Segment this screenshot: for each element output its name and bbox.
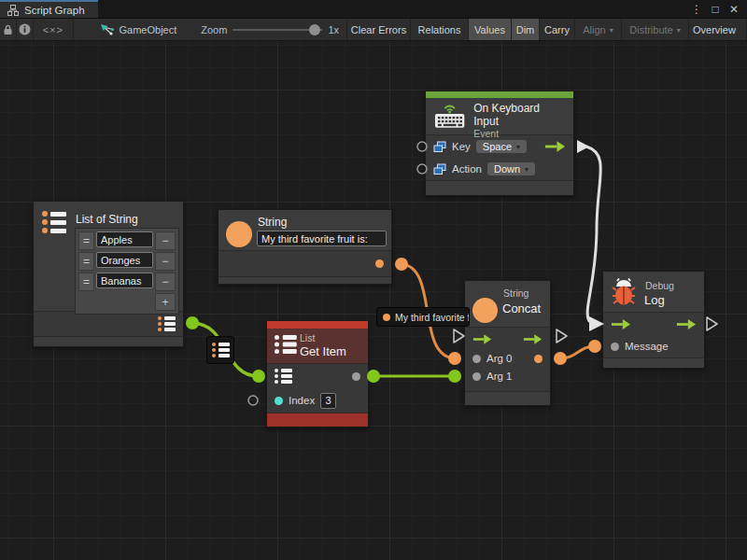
remove-item-button[interactable]: − [155, 252, 176, 271]
error-strip-top [267, 321, 368, 329]
node-string-literal[interactable]: String [218, 209, 392, 285]
target-object-label: GameObject [120, 24, 177, 35]
distribute-dropdown[interactable]: Distribute ▾ [622, 19, 689, 40]
node-type: Debug [645, 280, 674, 292]
flow-port-hint[interactable] [454, 329, 464, 343]
list-item-row: = − [78, 252, 176, 271]
arg1-input-port[interactable] [472, 372, 481, 381]
arg0-row: Arg 0 [465, 350, 550, 367]
node-footer [465, 391, 550, 405]
list-input-port[interactable] [275, 369, 292, 384]
values-toggle[interactable]: Values [469, 19, 512, 40]
clear-errors-button[interactable]: Clear Errors [347, 19, 411, 40]
index-input-port[interactable] [275, 397, 283, 405]
maximize-icon[interactable]: □ [708, 3, 723, 16]
list-item-input[interactable] [96, 273, 153, 288]
zoom-value: 1x [328, 24, 339, 35]
string-icon [226, 221, 252, 247]
zoom-slider-handle[interactable] [309, 24, 320, 35]
message-row: Message [603, 335, 704, 357]
index-row: Index [267, 388, 368, 413]
windows-icon [433, 163, 446, 175]
relations-button[interactable]: Relations [411, 19, 469, 40]
target-object[interactable]: GameObject [92, 19, 177, 40]
chevron-down-icon: ▾ [516, 143, 520, 151]
flow-output-port[interactable] [676, 319, 697, 329]
node-title: String [258, 216, 287, 229]
code-preview-button[interactable]: <×> [34, 19, 74, 40]
wire-concat-to-log[interactable] [560, 346, 595, 358]
windows-icon [433, 141, 446, 153]
tab-script-graph[interactable]: Script Graph [0, 0, 98, 18]
node-on-keyboard-input[interactable]: On Keyboard Input Event Key Space ▾ [425, 91, 574, 196]
node-title: On Keyboard Input [473, 102, 566, 128]
list-output-port[interactable] [158, 316, 176, 331]
align-dropdown[interactable]: Align ▾ [575, 19, 622, 40]
string-output-port[interactable] [375, 259, 384, 268]
chevron-down-icon: ▾ [677, 26, 681, 35]
list-item-row: = − [78, 273, 176, 291]
list-output-row [34, 312, 183, 336]
kebab-menu-icon[interactable]: ⋮ [689, 3, 704, 16]
flow-wire-keyboard-to-log[interactable] [586, 147, 600, 321]
gameobject-icon [100, 23, 115, 36]
node-concat[interactable]: String Concat Arg 0 Arg 1 [464, 280, 551, 406]
bug-icon [612, 278, 636, 306]
node-get-item[interactable]: List Get Item Index [266, 320, 369, 427]
toolbar-buttons: Clear Errors Relations Values Dim Carry … [346, 19, 747, 40]
unconnected-port-hint[interactable] [248, 396, 258, 405]
lock-button[interactable] [0, 19, 17, 40]
node-footer [603, 357, 704, 368]
node-title: Concat [502, 301, 541, 316]
event-accent-strip [426, 91, 573, 98]
info-icon [19, 23, 31, 35]
flow-output-port[interactable] [544, 141, 566, 152]
node-type: String [503, 287, 529, 300]
message-input-port[interactable] [611, 343, 619, 351]
wire-value-text: My third favorite fr.. [395, 312, 470, 323]
string-type-icon [383, 314, 390, 321]
node-title: Get Item [300, 344, 346, 359]
wire-list-bubble [206, 336, 234, 364]
wire-endpoint [588, 340, 601, 353]
remove-item-button[interactable]: − [155, 231, 176, 250]
flow-output-port[interactable] [523, 334, 543, 344]
concat-output-port[interactable] [534, 355, 543, 363]
graph-toolbar: <×> GameObject Zoom 1x Clear Errors Rela… [0, 19, 747, 41]
node-list-of-string[interactable]: List of String = − = − = [33, 201, 184, 347]
drag-handle[interactable]: = [78, 273, 94, 291]
node-debug-log[interactable]: Debug Log Message [602, 271, 705, 369]
drag-handle[interactable]: = [78, 252, 94, 271]
list-item-input[interactable] [96, 231, 153, 247]
action-dropdown[interactable]: Down ▾ [487, 162, 535, 175]
drag-handle[interactable]: = [78, 231, 94, 250]
index-input[interactable] [320, 393, 336, 409]
string-value-input[interactable] [257, 231, 387, 246]
info-button[interactable] [17, 19, 34, 40]
key-dropdown[interactable]: Space ▾ [476, 140, 527, 153]
wire-endpoint [186, 316, 199, 329]
carry-toggle[interactable]: Carry [540, 19, 575, 40]
list-item-input[interactable] [96, 252, 153, 268]
add-item-button[interactable]: + [155, 293, 176, 311]
arg0-input-port[interactable] [472, 355, 481, 363]
arg1-row: Arg 1 [465, 367, 550, 385]
list-icon [212, 343, 230, 357]
item-output-port[interactable] [352, 372, 360, 381]
wire-endpoint [448, 352, 461, 365]
list-item-row: = − [78, 231, 176, 250]
dim-toggle[interactable]: Dim [512, 19, 540, 40]
string-icon [472, 298, 498, 323]
node-subtitle: Event [473, 128, 566, 140]
remove-item-button[interactable]: − [155, 273, 176, 291]
flow-port-hint[interactable] [707, 317, 717, 330]
zoom-slider[interactable] [233, 23, 322, 36]
flow-input-port[interactable] [611, 319, 631, 329]
close-icon[interactable]: ✕ [726, 3, 741, 16]
tab-title: Script Graph [24, 5, 85, 16]
graph-canvas[interactable]: On Keyboard Input Event Key Space ▾ [0, 41, 747, 560]
flow-port-hint[interactable] [557, 329, 567, 343]
flow-row [603, 313, 704, 335]
flow-input-port[interactable] [472, 334, 492, 344]
overview-button[interactable]: Overview [689, 19, 747, 40]
